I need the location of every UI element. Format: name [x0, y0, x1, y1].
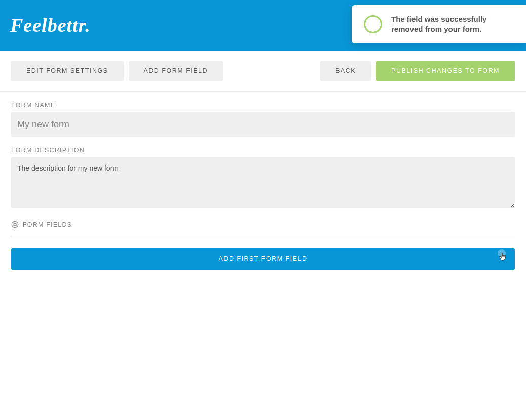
form-name-label: FORM NAME — [11, 102, 515, 109]
svg-point-1 — [14, 223, 16, 226]
publish-changes-button[interactable]: PUBLISH CHANGES TO FORM — [376, 61, 515, 81]
form-description-label: FORM DESCRIPTION — [11, 147, 515, 154]
add-form-field-button[interactable]: ADD FORM FIELD — [129, 61, 223, 81]
add-first-form-field-button[interactable]: ADD FIRST FORM FIELD — [11, 248, 515, 270]
svg-line-5 — [16, 225, 17, 227]
help-icon[interactable] — [11, 221, 19, 228]
edit-form-settings-button[interactable]: EDIT FORM SETTINGS — [11, 61, 124, 81]
back-button[interactable]: BACK — [320, 61, 371, 81]
svg-line-2 — [13, 222, 14, 224]
toast-notification: The field was successfully removed from … — [352, 5, 526, 43]
content-area: FORM NAME FORM DESCRIPTION FORM FIELDS A… — [0, 92, 526, 280]
svg-line-3 — [16, 222, 17, 224]
form-name-input[interactable] — [11, 112, 515, 137]
divider — [11, 238, 515, 238]
form-fields-section-header: FORM FIELDS — [11, 221, 515, 228]
svg-line-4 — [13, 225, 14, 227]
toolbar: EDIT FORM SETTINGS ADD FORM FIELD BACK P… — [0, 51, 526, 92]
toast-message: The field was successfully removed from … — [391, 14, 514, 34]
form-fields-label: FORM FIELDS — [23, 221, 72, 228]
success-circle-icon — [364, 15, 382, 33]
logo: Feelbettr. — [10, 14, 91, 36]
spacer — [228, 61, 315, 81]
form-description-input[interactable] — [11, 157, 515, 208]
